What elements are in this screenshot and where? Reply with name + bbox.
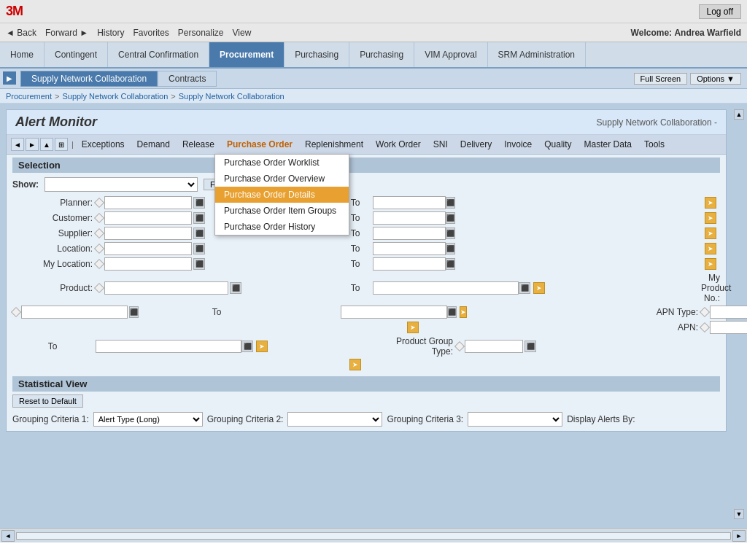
grouping-criteria-3-select[interactable] <box>468 412 562 427</box>
my-location-to-input[interactable] <box>373 257 446 271</box>
supplier-select-btn[interactable]: ⬛ <box>193 228 205 239</box>
back-nav[interactable]: ◄ Back <box>6 28 36 38</box>
tab-central-confirmation[interactable]: Central Confirmation <box>108 42 209 67</box>
toolbar-tools[interactable]: Tools <box>638 137 670 152</box>
planner-to-input[interactable] <box>373 196 446 209</box>
toolbar-quality[interactable]: Quality <box>538 137 577 152</box>
toolbar-sni[interactable]: SNI <box>427 137 454 152</box>
forward-nav[interactable]: Forward ► <box>45 28 88 38</box>
dropdown-overview[interactable]: Purchase Order Overview <box>215 171 349 187</box>
product-group-input[interactable] <box>465 340 523 353</box>
apn-input[interactable] <box>710 321 747 334</box>
dropdown-history[interactable]: Purchase Order History <box>215 219 349 235</box>
supplier-to-input[interactable] <box>373 227 446 240</box>
breadcrumb-procurement[interactable]: Procurement <box>6 92 52 101</box>
location-nav-btn[interactable]: ➤ <box>705 243 716 254</box>
breadcrumb-snc1[interactable]: Supply Network Collaboration <box>62 92 168 101</box>
scroll-up-button[interactable]: ▲ <box>734 109 744 120</box>
planner-nav-btn[interactable]: ➤ <box>705 197 716 209</box>
location-to-input-wrap: ⬛ <box>373 242 453 255</box>
toolbar-exceptions[interactable]: Exceptions <box>76 137 131 152</box>
apn-nav-btn[interactable]: ➤ <box>256 341 268 352</box>
dropdown-item-groups[interactable]: Purchase Order Item Groups <box>215 203 349 219</box>
my-location-nav-btn[interactable]: ➤ <box>705 258 716 270</box>
options-button[interactable]: Options ▼ <box>690 73 741 85</box>
dropdown-worklist[interactable]: Purchase Order Worklist <box>215 155 349 171</box>
product-group-nav-btn[interactable]: ➤ <box>349 359 361 370</box>
breadcrumb-snc2[interactable]: Supply Network Collaboration <box>179 92 285 101</box>
location-to-input[interactable] <box>373 242 446 255</box>
apn-to-input[interactable] <box>96 340 241 353</box>
customer-nav-btn[interactable]: ➤ <box>705 212 716 224</box>
tab-contingent[interactable]: Contingent <box>44 42 108 67</box>
scroll-right-button[interactable]: ► <box>732 530 746 542</box>
breadcrumb-tab-contracts[interactable]: Contracts <box>158 71 217 87</box>
planner-select-btn[interactable]: ⬛ <box>193 197 205 209</box>
product-to-input[interactable] <box>373 281 519 295</box>
tab-purchasing1[interactable]: Purchasing <box>285 42 349 67</box>
product-nav-btn[interactable]: ➤ <box>533 282 545 294</box>
toolbar-replenishment[interactable]: Replenishment <box>299 137 369 152</box>
customer-input[interactable] <box>104 211 192 225</box>
customer-to-input[interactable] <box>373 211 446 225</box>
product-to-input-wrap: ⬛ ➤ <box>373 281 698 295</box>
toolbar-master-data[interactable]: Master Data <box>578 137 638 152</box>
full-screen-button[interactable]: Full Screen <box>634 73 688 85</box>
product-input[interactable] <box>104 281 228 295</box>
scroll-down-button[interactable]: ▼ <box>734 509 744 519</box>
grouping-criteria-2-label: Grouping Criteria 2: <box>207 414 284 424</box>
my-location-input[interactable] <box>104 257 192 271</box>
toolbar-purchase-order[interactable]: Purchase Order <box>221 137 298 152</box>
personalize-nav[interactable]: Personalize <box>178 28 224 38</box>
planner-to-select-btn[interactable]: ⬛ <box>446 197 455 209</box>
tab-srm-administration[interactable]: SRM Administration <box>488 42 586 67</box>
toolbar-delivery[interactable]: Delivery <box>454 137 498 152</box>
location-label: Location: <box>12 244 93 254</box>
customer-select-btn[interactable]: ⬛ <box>193 212 205 224</box>
grouping-criteria-2-select[interactable] <box>287 412 382 427</box>
customer-to-select-btn[interactable]: ⬛ <box>446 212 455 224</box>
my-product-to-input[interactable] <box>341 306 447 319</box>
reset-to-default-button[interactable]: Reset to Default <box>12 394 83 408</box>
tab-procurement[interactable]: Procurement <box>209 42 285 67</box>
view-nav[interactable]: View <box>233 28 252 38</box>
my-location-to-select-btn[interactable]: ⬛ <box>446 258 455 270</box>
apn-type-input[interactable] <box>710 306 747 319</box>
my-location-select-btn[interactable]: ⬛ <box>193 258 205 270</box>
tab-home[interactable]: Home <box>0 42 44 67</box>
location-diamond-icon <box>94 244 104 254</box>
expand-sidebar-button[interactable]: ▶ <box>3 71 16 85</box>
scroll-left-button[interactable]: ◄ <box>1 530 15 542</box>
apn-to-select-btn[interactable]: ⬛ <box>241 341 253 352</box>
location-select-btn[interactable]: ⬛ <box>193 243 205 254</box>
product-select-btn[interactable]: ⬛ <box>230 282 241 294</box>
favorites-nav[interactable]: Favorites <box>133 28 169 38</box>
toolbar-invoice[interactable]: Invoice <box>498 137 538 152</box>
show-select[interactable] <box>44 177 198 192</box>
location-to-select-btn[interactable]: ⬛ <box>446 243 455 254</box>
breadcrumb-tab-snc[interactable]: Supply Network Collaboration <box>20 71 158 87</box>
apn-type-nav-btn[interactable]: ➤ <box>407 322 419 333</box>
planner-input[interactable] <box>104 196 192 209</box>
grouping-criteria-1-select[interactable]: Alert Type (Long) <box>93 412 203 427</box>
location-input[interactable] <box>104 242 192 255</box>
dropdown-details[interactable]: Purchase Order Details <box>215 187 349 203</box>
toolbar-work-order[interactable]: Work Order <box>370 137 427 152</box>
toolbar-release[interactable]: Release <box>177 137 220 152</box>
supplier-input[interactable] <box>104 227 192 240</box>
toolbar-forward-btn[interactable]: ► <box>26 138 39 151</box>
toolbar-grid-btn[interactable]: ⊞ <box>55 138 68 151</box>
history-nav[interactable]: History <box>97 28 124 38</box>
toolbar-up-btn[interactable]: ▲ <box>40 138 53 151</box>
product-to-select-btn[interactable]: ⬛ <box>519 282 530 294</box>
logoff-button[interactable]: Log off <box>699 4 741 19</box>
alert-toolbar: ◄ ► ▲ ⊞ | Exceptions Demand Release Purc… <box>7 135 726 155</box>
toolbar-demand[interactable]: Demand <box>131 137 176 152</box>
toolbar-back-btn[interactable]: ◄ <box>11 138 24 151</box>
tab-vim-approval[interactable]: VIM Approval <box>414 42 487 67</box>
horizontal-scrollbar[interactable] <box>16 532 731 540</box>
supplier-to-select-btn[interactable]: ⬛ <box>446 228 455 239</box>
tab-purchasing2[interactable]: Purchasing <box>349 42 414 67</box>
product-group-select-btn[interactable]: ⬛ <box>525 341 536 352</box>
supplier-nav-btn[interactable]: ➤ <box>705 228 716 239</box>
